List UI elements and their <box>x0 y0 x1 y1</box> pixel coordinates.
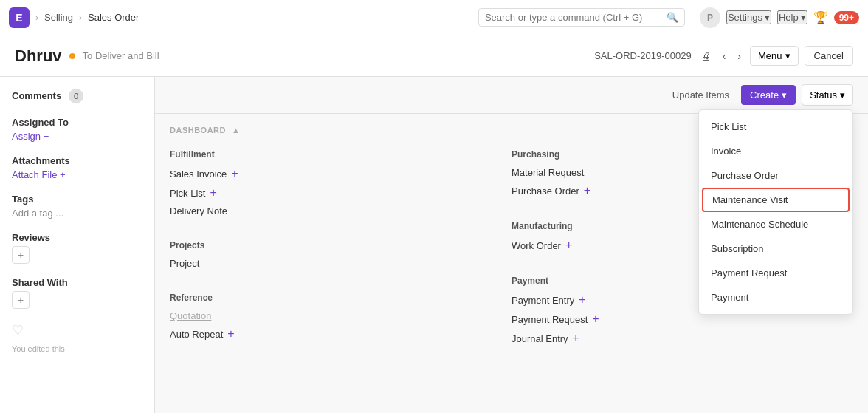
work-order-add-button[interactable]: + <box>565 239 572 252</box>
edited-label: You edited this <box>12 344 142 353</box>
breadcrumb-chevron-2: › <box>79 13 82 23</box>
main-layout: Comments 0 Assigned To Assign + Attachme… <box>0 77 868 413</box>
cancel-button[interactable]: Cancel <box>805 46 853 66</box>
add-review-button[interactable]: + <box>12 246 30 264</box>
fulfillment-section: Fulfillment Sales Invoice + Pick List + … <box>170 140 512 231</box>
breadcrumb-chevron-1: › <box>35 13 38 23</box>
comments-count: 0 <box>69 89 83 103</box>
add-shared-button[interactable]: + <box>12 291 30 309</box>
record-id: SAL-ORD-2019-00029 <box>594 50 692 61</box>
list-item: Pick List + <box>170 186 512 199</box>
add-tag-input[interactable]: Add a tag ... <box>12 208 142 219</box>
assigned-to-label: Assigned To <box>12 117 142 128</box>
sidebar-comments: Comments 0 <box>12 89 142 103</box>
sidebar-shared-with: Shared With + <box>12 277 142 309</box>
menu-button[interactable]: Menu ▾ <box>750 46 799 66</box>
status-dot <box>69 53 75 59</box>
shared-with-label: Shared With <box>12 277 142 288</box>
assign-link[interactable]: Assign + <box>12 131 142 142</box>
search-icon: 🔍 <box>666 12 678 23</box>
reference-section: Reference Quotation Auto Repeat + <box>170 284 512 355</box>
reviews-label: Reviews <box>12 232 142 243</box>
record-header: Dhruv To Deliver and Bill SAL-ORD-2019-0… <box>0 35 868 77</box>
create-chevron-icon: ▾ <box>782 89 787 100</box>
projects-section: Projects Project <box>170 231 512 284</box>
record-header-actions: SAL-ORD-2019-00029 🖨 ‹ › Menu ▾ Cancel <box>594 46 853 66</box>
dashboard-title: DASHBOARD <box>170 126 226 134</box>
sidebar-tags: Tags Add a tag ... <box>12 194 142 219</box>
dropdown-item-pick-list[interactable]: Pick List <box>699 115 852 139</box>
list-item: Auto Repeat + <box>170 327 512 341</box>
sidebar-assigned-to: Assigned To Assign + <box>12 117 142 142</box>
dropdown-item-subscription[interactable]: Subscription <box>699 236 852 261</box>
payment-entry-add-button[interactable]: + <box>579 293 585 307</box>
list-item: Quotation <box>170 310 512 321</box>
dropdown-item-payment-request[interactable]: Payment Request <box>699 261 852 285</box>
dropdown-item-payment[interactable]: Payment <box>699 285 852 310</box>
avatar: P <box>700 7 720 28</box>
search-input[interactable] <box>485 12 662 23</box>
heart-icon[interactable]: ♡ <box>12 322 142 338</box>
status-text: To Deliver and Bill <box>83 50 159 61</box>
notification-badge[interactable]: 99+ <box>834 11 859 24</box>
content-area: Update Items Create ▾ Status ▾ DASHBOARD… <box>155 77 868 413</box>
create-button[interactable]: Create ▾ <box>741 85 796 105</box>
attach-file-link[interactable]: Attach File + <box>12 169 142 180</box>
projects-title: Projects <box>170 240 512 250</box>
pick-list-add-button[interactable]: + <box>210 186 216 199</box>
breadcrumb-sales-order: Sales Order <box>88 12 139 23</box>
search-bar[interactable]: 🔍 <box>478 8 685 27</box>
left-column: Fulfillment Sales Invoice + Pick List + … <box>170 140 512 360</box>
settings-button[interactable]: Settings ▾ <box>726 10 771 24</box>
comments-label: Comments <box>12 90 61 101</box>
sales-invoice-add-button[interactable]: + <box>231 167 238 180</box>
list-item: Journal Entry + <box>512 332 853 345</box>
dropdown-item-purchase-order[interactable]: Purchase Order <box>699 163 852 188</box>
purchase-order-add-button[interactable]: + <box>584 184 590 197</box>
dropdown-item-invoice[interactable]: Invoice <box>699 139 852 163</box>
breadcrumb-selling[interactable]: Selling <box>44 12 73 23</box>
tags-label: Tags <box>12 194 142 205</box>
dropdown-item-maintenance-visit[interactable]: Maintenance Visit <box>702 188 850 212</box>
trophy-icon: 🏆 <box>813 10 828 24</box>
nav-right: P Settings ▾ Help ▾ 🏆 99+ <box>700 7 859 28</box>
status-chevron-icon: ▾ <box>840 89 845 100</box>
sidebar-reviews: Reviews + <box>12 232 142 264</box>
prev-button[interactable]: ‹ <box>720 47 729 65</box>
record-title: Dhruv <box>15 47 62 66</box>
list-item: Project <box>170 258 512 269</box>
attachments-label: Attachments <box>12 155 142 166</box>
fulfillment-title: Fulfillment <box>170 149 512 160</box>
sidebar: Comments 0 Assigned To Assign + Attachme… <box>0 77 155 413</box>
create-dropdown: Pick List Invoice Purchase Order Mainten… <box>698 109 853 315</box>
app-icon[interactable]: E <box>9 7 30 28</box>
dashboard-chevron-icon: ▲ <box>232 126 240 134</box>
sidebar-attachments: Attachments Attach File + <box>12 155 142 180</box>
navbar: E › Selling › Sales Order 🔍 P Settings ▾… <box>0 0 868 35</box>
status-button[interactable]: Status ▾ <box>802 84 853 106</box>
update-items-button[interactable]: Update Items <box>666 86 735 104</box>
journal-entry-add-button[interactable]: + <box>573 332 579 345</box>
payment-request-add-button[interactable]: + <box>592 313 599 326</box>
reference-title: Reference <box>170 293 512 303</box>
help-button[interactable]: Help ▾ <box>777 10 807 24</box>
list-item: Delivery Note <box>170 205 512 216</box>
auto-repeat-add-button[interactable]: + <box>227 327 234 341</box>
print-button[interactable]: 🖨 <box>698 47 714 65</box>
action-bar: Update Items Create ▾ Status ▾ <box>155 77 868 114</box>
next-button[interactable]: › <box>734 47 744 65</box>
dropdown-item-maintenance-schedule[interactable]: Maintenance Schedule <box>699 212 852 236</box>
list-item: Sales Invoice + <box>170 167 512 180</box>
